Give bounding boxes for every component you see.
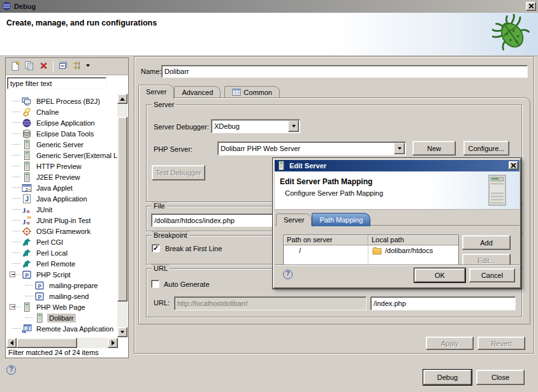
table-header-row: Path on server Local path [284,235,458,245]
tree-item-mailing-prepare[interactable]: Pmailing-prepare [6,280,118,291]
tree-item-java-application[interactable]: JJava Application [6,193,118,204]
toolbar-separator [53,61,54,71]
scroll-left-button[interactable] [6,338,17,348]
tab-common[interactable]: Common [224,86,280,98]
server-debugger-value: XDebug [212,122,287,130]
tree-item-java-applet[interactable]: JJava Applet [6,182,118,193]
tree-item-label: JUnit [34,205,54,214]
tree-item-generic-server-external-la[interactable]: Generic Server(External La [6,150,118,161]
collapse-expander-icon[interactable] [10,272,15,277]
dialog-help-button[interactable]: ? [283,270,293,279]
tree-item-j2ee-preview[interactable]: J2EE Preview [6,171,118,182]
server-icon [22,150,32,161]
java-application-icon: J [22,194,32,204]
window-close-button[interactable] [526,2,536,11]
tree-item-php-script[interactable]: PPHP Script [6,269,118,280]
path-on-server-cell: / [284,245,368,256]
tree-item-eclipse-application[interactable]: Eclipse Application [6,117,118,128]
tab-server-label: Server [146,88,166,96]
edit-server-dialog: Edit Server Edit Server Path Mapping Con… [273,158,521,289]
close-button[interactable]: Close [476,370,525,385]
tab-server[interactable]: Server [138,85,174,99]
combo-arrow-button[interactable] [394,143,405,154]
dialog-tab-path-mapping[interactable]: Path Mapping [312,213,370,226]
tree-item-bpel-process-b2j[interactable]: BPEL Process (B2J) [6,96,118,106]
add-mapping-label: Add [480,239,493,247]
combo-arrow-button[interactable] [288,120,299,132]
tree-connector [12,112,20,112]
ok-button[interactable]: OK [414,268,465,282]
filter-input[interactable] [7,77,106,89]
apply-button[interactable]: Apply [426,337,474,350]
column-local-path[interactable]: Local path [368,235,458,245]
duplicate-configuration-button[interactable] [22,59,36,73]
tree-connector [12,187,20,188]
dialog-titlebar[interactable]: Edit Server [275,160,520,171]
collapse-all-button[interactable] [56,59,70,73]
tree-item-cha-ne[interactable]: Chaîne [6,106,118,117]
new-server-button[interactable]: New [412,141,456,156]
dialog-close-button[interactable] [509,161,518,170]
tree-item-label: OSGi Framework [34,227,92,236]
tree-item-remote-java-application[interactable]: JRemote Java Application [6,323,118,334]
tab-advanced[interactable]: Advanced [174,86,221,98]
collapse-expander-icon[interactable] [10,304,15,310]
server-tower-icon [486,175,508,208]
horizontal-scroll-thumb[interactable] [17,338,77,348]
path-mapping-row[interactable]: //dolibarr/htdocs [284,245,458,256]
svg-text:u: u [27,219,30,225]
tree-horizontal-scrollbar[interactable] [6,338,118,348]
database-icon [22,129,32,139]
window-title: Debug [14,3,36,10]
tree-connector [12,166,20,166]
auto-generate-checkbox[interactable] [151,280,159,288]
tree-item-generic-server[interactable]: Generic Server [6,139,118,150]
revert-button[interactable]: Revert [477,337,525,350]
filter-status: Filter matched 24 of 24 items [8,349,99,356]
apply-label: Apply [441,340,459,347]
filter-configurations-button[interactable] [70,59,84,73]
column-path-on-server[interactable]: Path on server [284,235,368,245]
cancel-button[interactable]: Cancel [469,268,515,282]
scroll-down-button[interactable] [117,327,127,337]
dialog-tabs: Server Path Mapping [276,212,370,226]
add-mapping-button[interactable]: Add [462,235,511,250]
test-debugger-button[interactable]: Test Debugger [152,165,205,180]
filter-menu-dropdown[interactable] [84,59,92,73]
tree-item-mailing-send[interactable]: Pmailing-send [6,291,118,301]
help-button[interactable]: ? [6,365,16,375]
dialog-tab-server[interactable]: Server [276,214,312,226]
dialog-subheading: Configure Server Path Mapping [275,186,520,197]
tree-item-dolibarr[interactable]: Dolibarr [6,312,118,323]
tree-vertical-scrollbar[interactable] [117,94,127,337]
config-tree: BPEL Process (B2J)ChaîneEclipse Applicat… [6,94,118,338]
configure-server-button[interactable]: Configure... [463,141,509,156]
tree-item-http-preview[interactable]: HTTP Preview [6,161,118,171]
scroll-up-button[interactable] [117,94,127,104]
new-configuration-button[interactable] [8,59,22,73]
php-server-combo[interactable]: Dolibarr PHP Web Server [217,142,406,156]
url-path-input[interactable] [370,296,516,310]
delete-configuration-button[interactable] [36,59,50,73]
tree-item-eclipse-data-tools[interactable]: Eclipse Data Tools [6,128,118,139]
configure-server-label: Configure... [469,145,505,152]
window-titlebar[interactable]: Debug [0,0,538,13]
svg-text:J: J [27,326,29,330]
tree-item-osgi-framework[interactable]: OSGi Framework [6,226,118,236]
tree-item-perl-cgi[interactable]: Perl CGI [6,236,118,247]
tree-item-php-web-page[interactable]: PHP Web Page [6,301,118,312]
debug-button[interactable]: Debug [423,370,472,385]
tree-item-junit-plug-in-test[interactable]: JuJUnit Plug-in Test [6,215,118,226]
tree-item-perl-local[interactable]: Perl Local [6,247,118,258]
tree-connector [12,231,20,231]
tree-item-junit[interactable]: JuJUnit [6,204,118,215]
tree-connector [12,101,20,101]
tree-item-label: mailing-prepare [47,281,99,290]
break-first-line-checkbox[interactable]: ✓ [152,244,160,252]
server-debugger-combo[interactable]: XDebug [211,119,300,133]
tree-item-perl-remote[interactable]: Perl Remote [6,258,118,269]
vertical-scroll-thumb[interactable] [117,117,127,301]
name-input[interactable] [161,65,528,78]
svg-text:J: J [22,206,26,214]
scroll-right-button[interactable] [108,338,118,348]
